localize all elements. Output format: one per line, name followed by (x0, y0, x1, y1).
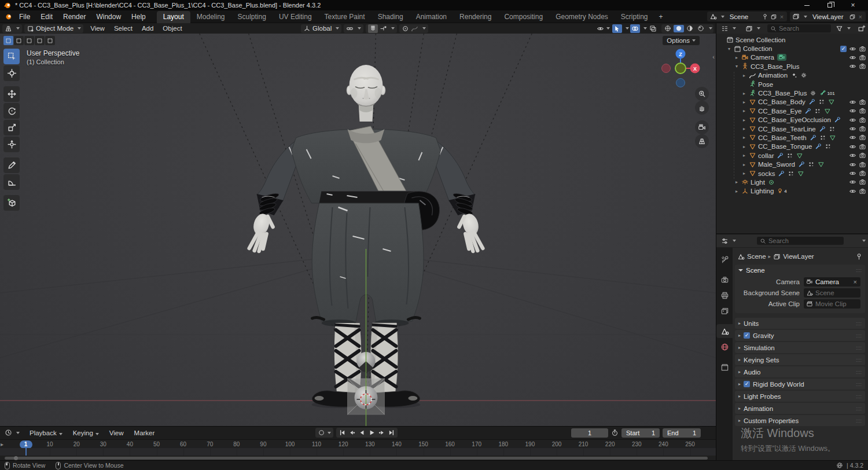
expand-arrow[interactable]: ▸ (741, 171, 747, 176)
panel-custom-properties[interactable]: ▸Custom Properties:::: (735, 415, 865, 426)
hide-in-viewport-toggle[interactable] (849, 107, 856, 115)
disable-in-renders-toggle[interactable] (859, 98, 866, 106)
select-mode-invert[interactable] (35, 36, 45, 45)
outliner-row-camera[interactable]: ▸Camera (716, 53, 868, 62)
hide-in-viewport-toggle[interactable] (849, 45, 856, 53)
expand-arrow[interactable]: ▸ (741, 100, 747, 105)
expand-arrow[interactable]: ▾ (734, 64, 740, 69)
outliner-row-cc-base-tearline[interactable]: ▸CC_Base_TearLine (716, 124, 868, 133)
outliner-search-input[interactable]: Search (767, 24, 831, 32)
outliner-data-chip[interactable] (808, 98, 815, 105)
outliner-filter-button[interactable] (833, 24, 853, 33)
panel-expand-arrow[interactable]: ▸ (738, 381, 741, 387)
timeline-menu-playback[interactable]: Playback (24, 427, 68, 439)
properties-tab-tool[interactable] (716, 252, 733, 266)
outliner-row-cc3-base-plus[interactable]: ▸CC3_Base_Plus101 (716, 89, 868, 97)
pin-icon[interactable] (855, 253, 863, 260)
outliner-data-chip[interactable] (818, 161, 825, 168)
panel-keying-sets[interactable]: ▸Keying Sets:::: (735, 354, 865, 365)
disable-in-renders-toggle[interactable] (859, 152, 866, 159)
frame-ruler[interactable]: ▸ 1 102030405060708090100110120130140150… (0, 439, 716, 449)
panel-gravity[interactable]: ▸✓Gravity:::: (735, 330, 865, 341)
new-viewlayer-icon[interactable] (849, 13, 856, 20)
disable-in-renders-toggle[interactable] (859, 116, 866, 124)
show-overlays-toggle[interactable] (630, 24, 640, 33)
shading-solid-button[interactable] (674, 25, 684, 32)
timeline-collapse-arrow[interactable]: ▸ (1, 441, 3, 447)
outliner-data-chip[interactable] (819, 134, 826, 141)
outliner-data-chip[interactable] (777, 152, 784, 159)
hide-in-viewport-toggle[interactable] (849, 161, 856, 168)
expand-arrow[interactable]: ▸ (741, 162, 747, 167)
menu-edit[interactable]: Edit (35, 11, 58, 23)
properties-editor-type-button[interactable] (719, 237, 738, 245)
timeline-scrollbar[interactable] (0, 456, 716, 460)
outliner-data-chip[interactable] (834, 116, 841, 123)
select-mode-extend[interactable] (14, 36, 24, 45)
navigation-gizmo[interactable]: Z X (660, 47, 701, 89)
scrollbar-bar[interactable] (5, 457, 708, 460)
properties-options-caret[interactable] (862, 240, 866, 242)
close-button[interactable]: × (841, 0, 865, 10)
collection-checkbox[interactable]: ✓ (840, 46, 847, 52)
disable-in-renders-toggle[interactable] (859, 188, 866, 195)
outliner-row-socks[interactable]: ▸socks (716, 169, 868, 178)
outliner-row-light[interactable]: ▸Light (716, 178, 868, 186)
workspace-tab-sculpting[interactable]: Sculpting (231, 11, 273, 23)
menu-render[interactable]: Render (58, 11, 91, 23)
tool-add-cube[interactable] (3, 195, 20, 211)
tool-move[interactable] (3, 86, 20, 102)
workspace-tab-rendering[interactable]: Rendering (453, 11, 498, 23)
outliner-data-chip[interactable] (829, 126, 836, 133)
play-button[interactable] (367, 428, 377, 437)
ortho-grid-button[interactable] (695, 134, 709, 148)
region-collapse-arrow[interactable]: ‹ (712, 53, 715, 60)
tool-cursor[interactable] (3, 65, 20, 81)
outliner-row-animation[interactable]: ▸Animation (716, 71, 868, 80)
outliner-data-chip[interactable] (796, 152, 803, 159)
select-mode-intersect[interactable] (45, 36, 55, 45)
outliner-data-chip[interactable] (788, 170, 795, 177)
expand-arrow[interactable]: ▸ (734, 189, 740, 194)
panel-rigid-body-world[interactable]: ▸✓Rigid Body World:::: (735, 379, 865, 390)
disable-in-renders-toggle[interactable] (859, 143, 866, 150)
expand-arrow[interactable]: ▸ (741, 144, 747, 149)
proportional-editing-icon[interactable] (402, 25, 409, 32)
editor-type-button[interactable] (2, 24, 22, 33)
outliner-display-mode-button[interactable] (743, 24, 763, 33)
tool-select-box[interactable] (3, 49, 20, 64)
timeline-menu-view[interactable]: View (104, 427, 129, 439)
select-mode-set[interactable] (3, 36, 13, 45)
expand-arrow[interactable]: ▸ (741, 73, 747, 78)
hide-in-viewport-toggle[interactable] (849, 134, 856, 141)
viewport-menu-add[interactable]: Add (137, 25, 158, 32)
outliner-data-chip[interactable] (777, 54, 786, 61)
shading-material-button[interactable] (685, 25, 695, 32)
restore-button[interactable] (818, 0, 841, 10)
panel-expand-arrow[interactable]: ▸ (738, 345, 741, 350)
outliner-data-chip[interactable] (815, 143, 822, 150)
timeline-editor-type-button[interactable] (2, 428, 22, 437)
outliner-data-chip[interactable] (818, 98, 825, 105)
properties-search-input[interactable]: Search (757, 237, 844, 245)
properties-tab-world[interactable] (716, 340, 733, 354)
outliner-data-chip[interactable] (790, 72, 797, 79)
disable-in-renders-toggle[interactable] (859, 45, 866, 53)
workspace-tab-geometry-nodes[interactable]: Geometry Nodes (549, 11, 615, 23)
gizmo-neg-z[interactable] (676, 79, 685, 87)
tool-measure[interactable] (3, 174, 20, 190)
panel-expand-arrow[interactable]: ▸ (738, 357, 741, 362)
expand-arrow[interactable]: ▸ (741, 126, 747, 131)
outliner-data-chip[interactable] (808, 161, 815, 168)
outliner-data-chip[interactable] (786, 152, 793, 159)
hide-in-viewport-toggle[interactable] (849, 188, 856, 195)
outliner-data-chip[interactable] (804, 108, 811, 115)
hide-in-viewport-toggle[interactable] (849, 178, 856, 186)
panel-simulation[interactable]: ▸Simulation:::: (735, 342, 865, 353)
blender-menu-button[interactable] (2, 12, 14, 21)
outliner-data-chip[interactable] (778, 170, 785, 177)
workspace-tab-animation[interactable]: Animation (410, 11, 453, 23)
shading-rendered-button[interactable] (696, 25, 706, 32)
disable-in-renders-toggle[interactable] (859, 125, 866, 133)
timeline-tracks[interactable] (0, 448, 716, 456)
